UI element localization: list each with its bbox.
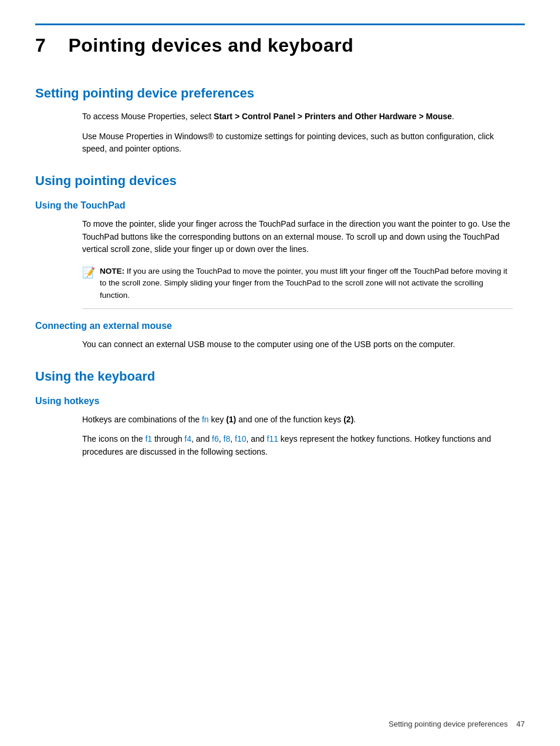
preferences-para2: Use Mouse Properties in Windows® to cust…	[82, 130, 513, 156]
hotkeys-para1-middle2: and one of the function keys	[236, 415, 343, 424]
hotkeys-f10-link: f10	[235, 434, 246, 443]
footer: Setting pointing device preferences 47	[389, 720, 525, 728]
note-content: NOTE: If you are using the TouchPad to m…	[100, 266, 513, 301]
hotkeys-para1-prefix: Hotkeys are combinations of the	[82, 415, 202, 424]
footer-page: 47	[517, 720, 525, 728]
hotkeys-f8-link: f8	[224, 434, 231, 443]
section-heading-keyboard: Using the keyboard	[35, 369, 525, 384]
hotkeys-f6-link: f6	[212, 434, 219, 443]
section-heading-pointing-devices: Using pointing devices	[35, 173, 525, 189]
note-text: If you are using the TouchPad to move th…	[100, 267, 507, 300]
section-setting-preferences: Setting pointing device preferences To a…	[35, 86, 525, 156]
touchpad-note: 📝 NOTE: If you are using the TouchPad to…	[82, 266, 513, 309]
chapter-title-text: Pointing devices and keyboard	[68, 35, 353, 56]
hotkeys-para2-middle2: , and	[191, 434, 212, 443]
section-using-pointing-devices: Using pointing devices Using the TouchPa…	[35, 173, 525, 351]
subsection-heading-external-mouse: Connecting an external mouse	[35, 321, 525, 331]
external-mouse-para1: You can connect an external USB mouse to…	[82, 338, 513, 351]
hotkeys-para2-middle5: , and	[246, 434, 266, 443]
chapter-title: 7 Pointing devices and keyboard	[35, 35, 525, 56]
hotkeys-f1-link: f1	[145, 434, 152, 443]
note-label: NOTE:	[100, 267, 124, 275]
preferences-para1-bold: Start > Control Panel > Printers and Oth…	[214, 112, 452, 121]
hotkeys-content: Hotkeys are combinations of the fn key (…	[82, 414, 513, 459]
note-icon: 📝	[82, 266, 95, 279]
chapter-number: 7	[35, 35, 46, 56]
section-using-keyboard: Using the keyboard Using hotkeys Hotkeys…	[35, 369, 525, 459]
hotkeys-bold2: (2)	[343, 415, 353, 424]
hotkeys-para2-middle1: through	[152, 434, 184, 443]
hotkeys-para1: Hotkeys are combinations of the fn key (…	[82, 414, 513, 426]
subsection-heading-touchpad: Using the TouchPad	[35, 200, 525, 211]
footer-text: Setting pointing device preferences	[389, 720, 508, 728]
preferences-para1: To access Mouse Properties, select Start…	[82, 110, 513, 123]
hotkeys-f4-link: f4	[184, 434, 191, 443]
preferences-para1-suffix: .	[452, 112, 454, 121]
subsection-heading-hotkeys: Using hotkeys	[35, 396, 525, 406]
preferences-para1-prefix: To access Mouse Properties, select	[82, 112, 214, 121]
hotkeys-fn-link: fn	[202, 415, 209, 424]
hotkeys-f11-link: f11	[267, 434, 278, 443]
hotkeys-bold1: (1)	[226, 415, 236, 424]
preferences-content: To access Mouse Properties, select Start…	[82, 110, 513, 156]
page-header: 7 Pointing devices and keyboard	[35, 23, 525, 56]
hotkeys-para1-middle: key	[209, 415, 227, 424]
hotkeys-para2: The icons on the f1 through f4, and f6, …	[82, 433, 513, 458]
hotkeys-para2-middle3: ,	[219, 434, 224, 443]
hotkeys-para2-middle4: ,	[230, 434, 235, 443]
section-heading-preferences: Setting pointing device preferences	[35, 86, 525, 101]
hotkeys-para1-suffix: .	[353, 415, 356, 424]
external-mouse-content: You can connect an external USB mouse to…	[82, 338, 513, 351]
touchpad-content: To move the pointer, slide your finger a…	[82, 218, 513, 256]
hotkeys-para2-prefix: The icons on the	[82, 434, 145, 443]
touchpad-para1: To move the pointer, slide your finger a…	[82, 218, 513, 256]
